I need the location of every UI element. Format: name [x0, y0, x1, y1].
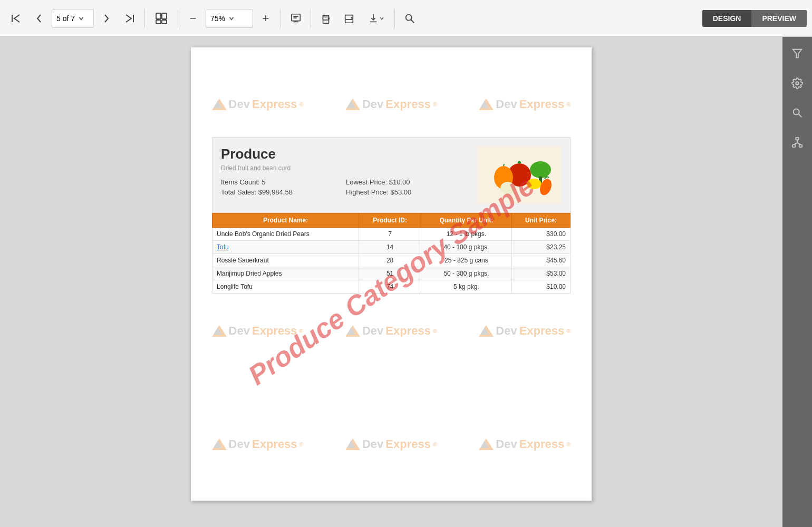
col-header-name: Product Name:: [212, 213, 359, 228]
preview-button[interactable]: PREVIEW: [751, 10, 807, 27]
search-toolbar-button[interactable]: [399, 8, 420, 29]
svg-rect-3: [162, 13, 167, 19]
category-stats: Items Count: 5 Lowest Price: $10.00 Tota…: [221, 178, 469, 196]
design-button[interactable]: DESIGN: [702, 10, 752, 27]
separator-1: [144, 9, 145, 28]
table-row: Uncle Bob's Organic Dried Pears712 - 1 l…: [212, 228, 571, 241]
svg-point-28: [796, 82, 799, 85]
separator-3: [281, 9, 281, 28]
separator-5: [394, 9, 395, 28]
print2-button[interactable]: [339, 8, 360, 29]
product-name-cell: Rössle Sauerkraut: [212, 254, 359, 267]
highest-price: Highest Price: $53.00: [346, 188, 469, 196]
last-page-button[interactable]: [119, 8, 140, 29]
svg-point-25: [500, 182, 515, 194]
product-price-cell: $23.25: [511, 241, 570, 254]
separator-4: [311, 9, 311, 28]
edit-button[interactable]: [285, 8, 306, 29]
product-qty-cell: 12 - 1 lb pkgs.: [421, 228, 512, 241]
product-price-cell: $53.00: [511, 267, 570, 280]
main-area: DevExpress® DevExpress® DevExpress® DevE…: [0, 37, 812, 527]
table-row: Longlife Tofu745 kg pkg.$10.00: [212, 280, 571, 294]
svg-line-30: [799, 114, 802, 118]
right-sidebar: [782, 37, 812, 527]
product-table: Product Name: Product ID: Quantity Per U…: [212, 213, 571, 294]
svg-point-17: [406, 14, 412, 20]
network-icon[interactable]: [788, 133, 807, 152]
svg-rect-14: [345, 19, 353, 22]
svg-point-13: [328, 18, 330, 19]
svg-line-18: [411, 19, 414, 23]
svg-point-15: [352, 17, 353, 18]
product-name-cell: Tofu: [212, 241, 359, 254]
svg-point-22: [530, 161, 551, 178]
produce-image: [477, 146, 562, 204]
product-name-cell: Manjimup Dried Apples: [212, 267, 359, 280]
product-name-cell: Longlife Tofu: [212, 280, 359, 294]
product-id-cell: 14: [359, 241, 421, 254]
svg-rect-32: [792, 145, 796, 148]
page-display: 5 of 7: [56, 14, 75, 23]
svg-line-35: [794, 143, 797, 145]
product-qty-cell: 40 - 100 g pkgs.: [421, 241, 512, 254]
lowest-price: Lowest Price: $10.00: [346, 178, 469, 186]
export-button[interactable]: [362, 8, 390, 29]
category-card: Produce Dried fruit and bean curd Items …: [212, 137, 571, 213]
items-count-label: Items Count: 5: [221, 178, 344, 186]
category-subtitle: Dried fruit and bean curd: [221, 164, 469, 172]
table-row: Manjimup Dried Apples5150 - 300 g pkgs.$…: [212, 267, 571, 280]
toolbar: 5 of 7 − 75% +: [0, 0, 812, 37]
filter-icon[interactable]: [788, 44, 807, 63]
prev-page-button[interactable]: [28, 8, 50, 29]
table-row: Rössle Sauerkraut2825 - 825 g cans$45.60: [212, 254, 571, 267]
col-header-qty: Quantity Per Unit:: [421, 213, 512, 228]
zoom-out-button[interactable]: −: [182, 8, 204, 29]
svg-rect-4: [156, 20, 161, 24]
svg-marker-27: [793, 50, 802, 58]
svg-point-24: [527, 179, 542, 189]
settings-icon[interactable]: [788, 74, 807, 93]
next-page-button[interactable]: [96, 8, 117, 29]
svg-rect-2: [156, 13, 161, 19]
zoom-selector[interactable]: 75%: [206, 9, 253, 28]
product-id-cell: 28: [359, 254, 421, 267]
svg-line-36: [797, 143, 800, 145]
report-page: DevExpress® DevExpress® DevExpress® DevE…: [191, 47, 592, 501]
svg-rect-6: [292, 14, 301, 21]
separator-2: [178, 9, 178, 28]
product-price-cell: $45.60: [511, 254, 570, 267]
zoom-in-button[interactable]: +: [255, 8, 276, 29]
product-id-cell: 51: [359, 267, 421, 280]
product-qty-cell: 50 - 300 g pkgs.: [421, 267, 512, 280]
design-preview-toggle: DESIGN PREVIEW: [702, 10, 807, 27]
search-sidebar-icon[interactable]: [788, 103, 807, 122]
table-row: Tofu1440 - 100 g pkgs.$23.25: [212, 241, 571, 254]
col-header-price: Unit Price:: [511, 213, 570, 228]
svg-rect-11: [323, 19, 329, 23]
category-title: Produce: [221, 146, 469, 162]
svg-rect-33: [799, 145, 803, 148]
print-button[interactable]: [315, 8, 336, 29]
product-price-cell: $10.00: [511, 280, 570, 294]
product-qty-cell: 25 - 825 g cans: [421, 254, 512, 267]
page-content: Produce Dried fruit and bean curd Items …: [191, 47, 592, 309]
product-name-cell: Uncle Bob's Organic Dried Pears: [212, 228, 359, 241]
svg-rect-5: [162, 20, 167, 24]
category-info: Produce Dried fruit and bean curd Items …: [221, 146, 469, 204]
product-id-cell: 74: [359, 280, 421, 294]
page-selector[interactable]: 5 of 7: [52, 9, 94, 28]
product-qty-cell: 5 kg pkg.: [421, 280, 512, 294]
product-id-cell: 7: [359, 228, 421, 241]
zoom-display: 75%: [210, 14, 225, 23]
first-page-button[interactable]: [5, 8, 26, 29]
svg-rect-31: [796, 138, 799, 140]
product-price-cell: $30.00: [511, 228, 570, 241]
col-header-id: Product ID:: [359, 213, 421, 228]
document-area: DevExpress® DevExpress® DevExpress® DevE…: [0, 37, 782, 527]
total-sales: Total Sales: $99,984.58: [221, 188, 344, 196]
multi-page-button[interactable]: [149, 8, 173, 29]
svg-point-29: [794, 109, 799, 115]
